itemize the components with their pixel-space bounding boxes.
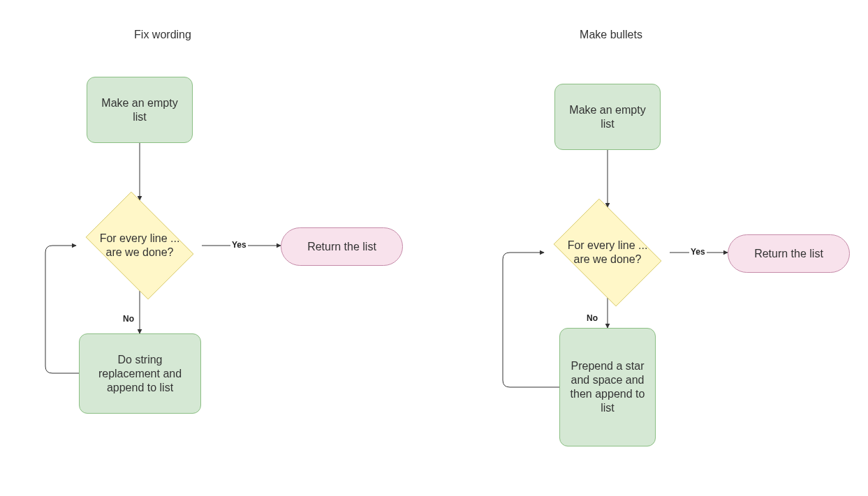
right-loop-body: Prepend a star and space and then append… [559, 328, 656, 446]
left-no-label: No [122, 314, 135, 324]
left-decision-label: For every line ... are we done? [78, 232, 202, 260]
left-loop-body: Do string replacement and append to list [79, 333, 201, 414]
left-loop-body-label: Do string replacement and append to list [88, 353, 192, 395]
right-title: Make bullets [569, 28, 653, 42]
right-no-label: No [585, 313, 599, 323]
right-loop-body-label: Prepend a star and space and then append… [568, 359, 647, 415]
left-title: Fix wording [121, 28, 205, 42]
left-terminator-label: Return the list [307, 240, 376, 254]
left-start-label: Make an empty list [96, 96, 184, 124]
left-terminator: Return the list [281, 227, 403, 266]
right-decision-label: For every line ... are we done? [545, 239, 670, 266]
right-terminator: Return the list [728, 234, 850, 273]
right-start-process: Make an empty list [554, 84, 661, 150]
left-yes-label: Yes [230, 240, 248, 250]
left-start-process: Make an empty list [87, 77, 193, 143]
right-decision: For every line ... are we done? [545, 207, 670, 298]
left-decision: For every line ... are we done? [78, 200, 202, 291]
right-yes-label: Yes [689, 247, 707, 257]
right-terminator-label: Return the list [754, 247, 823, 261]
right-start-label: Make an empty list [564, 103, 652, 131]
